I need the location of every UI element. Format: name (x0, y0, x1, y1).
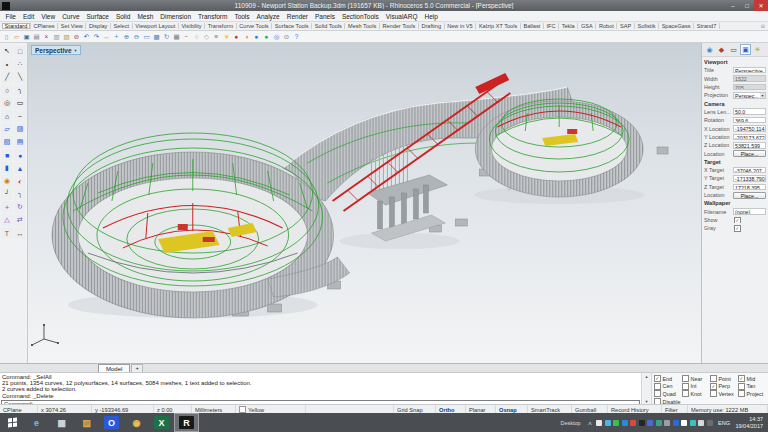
show-hidden-icons-caret[interactable]: ᐱ (588, 420, 591, 426)
menu-item[interactable]: Dimension (157, 13, 195, 20)
desktop-toolbar-label[interactable]: Desktop (560, 420, 580, 426)
tray-icon[interactable] (681, 420, 687, 426)
ie-icon[interactable]: e (24, 413, 49, 432)
paste-icon[interactable]: ▧ (62, 32, 71, 41)
material-icon[interactable]: ● (232, 32, 241, 41)
toolbar-tab[interactable]: Tekla (559, 23, 578, 29)
osnap-toggle[interactable]: Tan (738, 383, 766, 391)
tray-icon[interactable] (698, 420, 704, 426)
toolbar-tab[interactable]: Render Tools (380, 23, 419, 29)
menu-item[interactable]: Mesh (134, 13, 157, 20)
zoom-in-icon[interactable]: ⊕ (122, 32, 131, 41)
point-cloud-icon[interactable]: ∴ (14, 58, 26, 70)
toolbar-tab[interactable]: CPlanes (31, 23, 58, 29)
rhino-taskbar-icon[interactable]: R (174, 413, 199, 432)
lamp-icon[interactable]: ☀ (222, 32, 231, 41)
properties-tab-icon[interactable]: ◉ (704, 44, 715, 55)
menu-item[interactable]: Panels (312, 13, 339, 20)
toolbar-tab[interactable]: Curve Tools (237, 23, 273, 29)
tray-icon[interactable] (647, 420, 653, 426)
osnap-toggle[interactable]: Project (738, 390, 766, 398)
property-value[interactable]: 369.6 (733, 117, 766, 124)
extrude-icon[interactable]: ▧ (1, 136, 13, 148)
rectangle-icon[interactable]: ▭ (14, 97, 26, 109)
shaded-view-icon[interactable]: ● (252, 32, 261, 41)
toolbar-options-icon[interactable]: ⊙ (761, 23, 765, 29)
menu-item[interactable]: Help (421, 13, 441, 20)
tray-icon[interactable] (605, 420, 611, 426)
osnap-toggle[interactable]: End (654, 375, 682, 383)
property-value[interactable]: 50.0 (733, 108, 766, 115)
fillet-icon[interactable]: ╯ (1, 188, 13, 200)
tray-icon[interactable] (630, 420, 636, 426)
render-icon[interactable]: ◑ (242, 32, 251, 41)
osnap-toggle[interactable]: Vertex (710, 390, 738, 398)
point-icon[interactable]: • (1, 58, 13, 70)
tray-icon[interactable] (613, 420, 619, 426)
osnap-toggle[interactable]: Mid (738, 375, 766, 383)
model-3d-view[interactable] (28, 43, 701, 363)
tray-icon[interactable] (596, 420, 602, 426)
toolbar-tab[interactable]: GSA (578, 23, 596, 29)
language-indicator[interactable]: ENG (718, 420, 730, 426)
command-scrollbar[interactable]: ▲ ▼ (641, 373, 651, 405)
box-icon[interactable]: ■ (1, 149, 13, 161)
circle-icon[interactable]: ○ (1, 84, 13, 96)
pan-icon[interactable]: ↔ (102, 32, 111, 41)
perspective-viewport[interactable]: Perspective ▼ (28, 43, 701, 363)
help-icon[interactable]: ? (292, 32, 301, 41)
show-objects-icon[interactable]: ○ (192, 32, 201, 41)
tray-icon[interactable] (707, 420, 713, 426)
osnap-toggle[interactable]: Near (682, 375, 710, 383)
toolbar-tab[interactable]: SpaceGass (659, 23, 694, 29)
property-value[interactable]: -37046.207 (733, 167, 766, 174)
osnap-toggle[interactable]: Point (710, 375, 738, 383)
property-value[interactable]: -203173.672 (733, 134, 766, 141)
property-value[interactable]: 1522 (733, 75, 766, 82)
menu-item[interactable]: Analyze (253, 13, 283, 20)
tray-icon[interactable] (673, 420, 679, 426)
save-file-icon[interactable]: ▣ (22, 32, 31, 41)
select-arrow-icon[interactable]: ↖ (1, 45, 13, 57)
photos-icon[interactable]: ▨ (74, 413, 99, 432)
print-icon[interactable]: ▤ (32, 32, 41, 41)
globe-icon[interactable]: ◎ (272, 32, 281, 41)
tray-icon[interactable] (639, 420, 645, 426)
zoom-out-icon[interactable]: ⊖ (132, 32, 141, 41)
toolbar-tab[interactable]: Visibility (179, 23, 205, 29)
outlook-icon[interactable]: O (99, 413, 124, 432)
menu-item[interactable]: SectionTools (338, 13, 382, 20)
mirror-tool-icon[interactable]: ⇄ (14, 214, 26, 226)
arc-icon[interactable]: ╮ (14, 84, 26, 96)
toolbar-tab[interactable]: Transform (205, 23, 236, 29)
toolbar-tab[interactable]: IFC (544, 23, 559, 29)
app-tiles-icon[interactable]: ▦ (49, 413, 74, 432)
move-tool-icon[interactable]: + (1, 201, 13, 213)
undo-icon[interactable]: ↶ (82, 32, 91, 41)
tray-icon[interactable] (690, 420, 696, 426)
property-value[interactable]: -171338.790 (733, 175, 766, 182)
toolbar-tab[interactable]: Ballast (521, 23, 544, 29)
delete-icon[interactable]: ⊘ (72, 32, 81, 41)
property-value[interactable] (733, 225, 766, 232)
property-value[interactable]: Perspective (733, 67, 766, 74)
property-value[interactable]: -194750.114 (733, 125, 766, 132)
property-value[interactable]: 705 (733, 84, 766, 91)
toolbar-tab[interactable]: Viewport Layout (133, 23, 179, 29)
sphere-icon[interactable]: ● (14, 149, 26, 161)
toolbar-tab[interactable]: Solid Tools (312, 23, 345, 29)
toolbar-tab[interactable]: Standard (2, 23, 31, 29)
menu-item[interactable]: Tools (231, 13, 253, 20)
boolean-union-icon[interactable]: ◉ (1, 175, 13, 187)
osnap-toggle[interactable]: Cen (654, 383, 682, 391)
toolbar-tab[interactable]: Select (111, 23, 133, 29)
tray-icon[interactable] (622, 420, 628, 426)
hide-objects-icon[interactable]: − (182, 32, 191, 41)
rotate-tool-icon[interactable]: ↻ (14, 201, 26, 213)
copy-icon[interactable]: ▥ (52, 32, 61, 41)
toolbar-tab[interactable]: Sofistik (635, 23, 659, 29)
menu-item[interactable]: Surface (83, 13, 112, 20)
rotate-view-icon[interactable]: ↻ (162, 32, 171, 41)
curve-icon[interactable]: ~ (14, 110, 26, 122)
chrome-icon[interactable]: ◉ (124, 413, 149, 432)
